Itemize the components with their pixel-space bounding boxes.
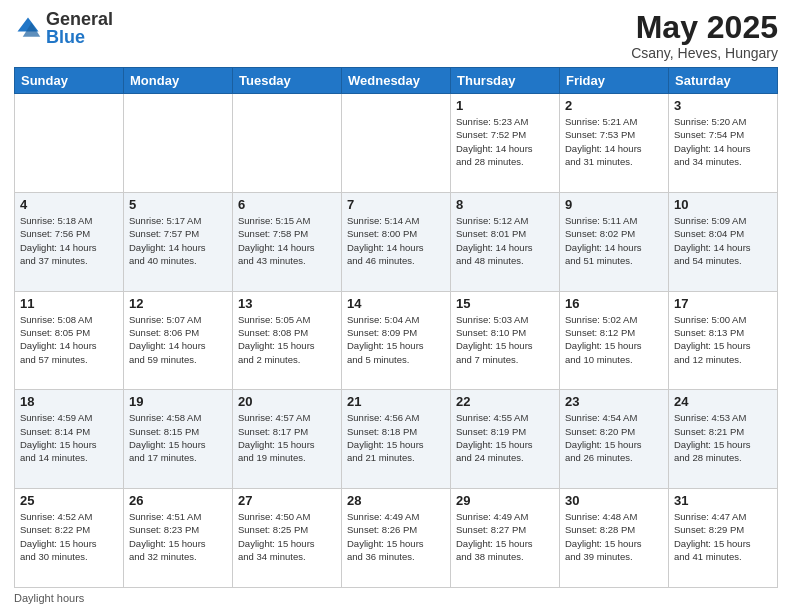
day-number: 30 xyxy=(565,493,663,508)
day-number: 18 xyxy=(20,394,118,409)
day-info: Sunrise: 5:17 AM Sunset: 7:57 PM Dayligh… xyxy=(129,214,227,267)
calendar-cell: 20Sunrise: 4:57 AM Sunset: 8:17 PM Dayli… xyxy=(233,390,342,489)
day-info: Sunrise: 4:49 AM Sunset: 8:27 PM Dayligh… xyxy=(456,510,554,563)
calendar-cell: 3Sunrise: 5:20 AM Sunset: 7:54 PM Daylig… xyxy=(669,94,778,193)
day-number: 3 xyxy=(674,98,772,113)
day-info: Sunrise: 5:09 AM Sunset: 8:04 PM Dayligh… xyxy=(674,214,772,267)
calendar-cell: 16Sunrise: 5:02 AM Sunset: 8:12 PM Dayli… xyxy=(560,291,669,390)
day-info: Sunrise: 4:49 AM Sunset: 8:26 PM Dayligh… xyxy=(347,510,445,563)
day-info: Sunrise: 5:12 AM Sunset: 8:01 PM Dayligh… xyxy=(456,214,554,267)
daylight-label: Daylight hours xyxy=(14,592,84,604)
day-info: Sunrise: 5:07 AM Sunset: 8:06 PM Dayligh… xyxy=(129,313,227,366)
day-number: 16 xyxy=(565,296,663,311)
calendar-cell: 1Sunrise: 5:23 AM Sunset: 7:52 PM Daylig… xyxy=(451,94,560,193)
weekday-header-sunday: Sunday xyxy=(15,68,124,94)
day-number: 25 xyxy=(20,493,118,508)
day-info: Sunrise: 4:47 AM Sunset: 8:29 PM Dayligh… xyxy=(674,510,772,563)
day-number: 10 xyxy=(674,197,772,212)
day-number: 12 xyxy=(129,296,227,311)
day-number: 13 xyxy=(238,296,336,311)
day-number: 22 xyxy=(456,394,554,409)
day-number: 24 xyxy=(674,394,772,409)
day-number: 27 xyxy=(238,493,336,508)
weekday-header-row: SundayMondayTuesdayWednesdayThursdayFrid… xyxy=(15,68,778,94)
weekday-header-monday: Monday xyxy=(124,68,233,94)
calendar-week-row: 1Sunrise: 5:23 AM Sunset: 7:52 PM Daylig… xyxy=(15,94,778,193)
day-number: 5 xyxy=(129,197,227,212)
calendar-cell: 17Sunrise: 5:00 AM Sunset: 8:13 PM Dayli… xyxy=(669,291,778,390)
calendar-cell: 11Sunrise: 5:08 AM Sunset: 8:05 PM Dayli… xyxy=(15,291,124,390)
calendar-cell: 26Sunrise: 4:51 AM Sunset: 8:23 PM Dayli… xyxy=(124,489,233,588)
day-number: 6 xyxy=(238,197,336,212)
day-number: 7 xyxy=(347,197,445,212)
day-info: Sunrise: 4:52 AM Sunset: 8:22 PM Dayligh… xyxy=(20,510,118,563)
logo-icon xyxy=(14,14,42,42)
calendar-cell xyxy=(124,94,233,193)
calendar-week-row: 18Sunrise: 4:59 AM Sunset: 8:14 PM Dayli… xyxy=(15,390,778,489)
calendar-cell: 2Sunrise: 5:21 AM Sunset: 7:53 PM Daylig… xyxy=(560,94,669,193)
day-number: 1 xyxy=(456,98,554,113)
day-info: Sunrise: 4:55 AM Sunset: 8:19 PM Dayligh… xyxy=(456,411,554,464)
day-info: Sunrise: 4:50 AM Sunset: 8:25 PM Dayligh… xyxy=(238,510,336,563)
calendar-cell: 25Sunrise: 4:52 AM Sunset: 8:22 PM Dayli… xyxy=(15,489,124,588)
day-info: Sunrise: 4:57 AM Sunset: 8:17 PM Dayligh… xyxy=(238,411,336,464)
day-number: 8 xyxy=(456,197,554,212)
calendar-cell: 29Sunrise: 4:49 AM Sunset: 8:27 PM Dayli… xyxy=(451,489,560,588)
day-info: Sunrise: 5:11 AM Sunset: 8:02 PM Dayligh… xyxy=(565,214,663,267)
header: General Blue May 2025 Csany, Heves, Hung… xyxy=(14,10,778,61)
calendar-cell xyxy=(233,94,342,193)
calendar-cell xyxy=(342,94,451,193)
day-info: Sunrise: 5:03 AM Sunset: 8:10 PM Dayligh… xyxy=(456,313,554,366)
calendar-cell: 19Sunrise: 4:58 AM Sunset: 8:15 PM Dayli… xyxy=(124,390,233,489)
calendar-cell: 9Sunrise: 5:11 AM Sunset: 8:02 PM Daylig… xyxy=(560,192,669,291)
calendar-cell: 24Sunrise: 4:53 AM Sunset: 8:21 PM Dayli… xyxy=(669,390,778,489)
weekday-header-thursday: Thursday xyxy=(451,68,560,94)
calendar-cell: 30Sunrise: 4:48 AM Sunset: 8:28 PM Dayli… xyxy=(560,489,669,588)
day-info: Sunrise: 5:20 AM Sunset: 7:54 PM Dayligh… xyxy=(674,115,772,168)
calendar-cell: 21Sunrise: 4:56 AM Sunset: 8:18 PM Dayli… xyxy=(342,390,451,489)
day-number: 23 xyxy=(565,394,663,409)
day-info: Sunrise: 5:21 AM Sunset: 7:53 PM Dayligh… xyxy=(565,115,663,168)
calendar-cell: 8Sunrise: 5:12 AM Sunset: 8:01 PM Daylig… xyxy=(451,192,560,291)
day-number: 15 xyxy=(456,296,554,311)
day-number: 17 xyxy=(674,296,772,311)
month-title: May 2025 xyxy=(631,10,778,45)
day-number: 31 xyxy=(674,493,772,508)
day-info: Sunrise: 4:48 AM Sunset: 8:28 PM Dayligh… xyxy=(565,510,663,563)
calendar-cell: 13Sunrise: 5:05 AM Sunset: 8:08 PM Dayli… xyxy=(233,291,342,390)
day-info: Sunrise: 4:54 AM Sunset: 8:20 PM Dayligh… xyxy=(565,411,663,464)
day-number: 2 xyxy=(565,98,663,113)
calendar-cell: 10Sunrise: 5:09 AM Sunset: 8:04 PM Dayli… xyxy=(669,192,778,291)
calendar-cell: 5Sunrise: 5:17 AM Sunset: 7:57 PM Daylig… xyxy=(124,192,233,291)
weekday-header-tuesday: Tuesday xyxy=(233,68,342,94)
day-number: 19 xyxy=(129,394,227,409)
day-info: Sunrise: 4:59 AM Sunset: 8:14 PM Dayligh… xyxy=(20,411,118,464)
calendar-cell: 27Sunrise: 4:50 AM Sunset: 8:25 PM Dayli… xyxy=(233,489,342,588)
calendar-cell: 4Sunrise: 5:18 AM Sunset: 7:56 PM Daylig… xyxy=(15,192,124,291)
location-subtitle: Csany, Heves, Hungary xyxy=(631,45,778,61)
logo-general-text: General xyxy=(46,9,113,29)
day-info: Sunrise: 5:18 AM Sunset: 7:56 PM Dayligh… xyxy=(20,214,118,267)
day-number: 9 xyxy=(565,197,663,212)
calendar-week-row: 11Sunrise: 5:08 AM Sunset: 8:05 PM Dayli… xyxy=(15,291,778,390)
day-number: 14 xyxy=(347,296,445,311)
day-number: 11 xyxy=(20,296,118,311)
day-number: 26 xyxy=(129,493,227,508)
calendar-table: SundayMondayTuesdayWednesdayThursdayFrid… xyxy=(14,67,778,588)
day-info: Sunrise: 5:15 AM Sunset: 7:58 PM Dayligh… xyxy=(238,214,336,267)
day-info: Sunrise: 5:08 AM Sunset: 8:05 PM Dayligh… xyxy=(20,313,118,366)
day-number: 20 xyxy=(238,394,336,409)
day-info: Sunrise: 4:58 AM Sunset: 8:15 PM Dayligh… xyxy=(129,411,227,464)
calendar-cell: 14Sunrise: 5:04 AM Sunset: 8:09 PM Dayli… xyxy=(342,291,451,390)
day-info: Sunrise: 5:23 AM Sunset: 7:52 PM Dayligh… xyxy=(456,115,554,168)
logo-blue-text: Blue xyxy=(46,27,85,47)
day-info: Sunrise: 5:02 AM Sunset: 8:12 PM Dayligh… xyxy=(565,313,663,366)
calendar-cell: 18Sunrise: 4:59 AM Sunset: 8:14 PM Dayli… xyxy=(15,390,124,489)
calendar-cell: 15Sunrise: 5:03 AM Sunset: 8:10 PM Dayli… xyxy=(451,291,560,390)
calendar-cell: 28Sunrise: 4:49 AM Sunset: 8:26 PM Dayli… xyxy=(342,489,451,588)
day-info: Sunrise: 5:04 AM Sunset: 8:09 PM Dayligh… xyxy=(347,313,445,366)
day-info: Sunrise: 5:14 AM Sunset: 8:00 PM Dayligh… xyxy=(347,214,445,267)
calendar-cell: 12Sunrise: 5:07 AM Sunset: 8:06 PM Dayli… xyxy=(124,291,233,390)
calendar-week-row: 25Sunrise: 4:52 AM Sunset: 8:22 PM Dayli… xyxy=(15,489,778,588)
weekday-header-wednesday: Wednesday xyxy=(342,68,451,94)
